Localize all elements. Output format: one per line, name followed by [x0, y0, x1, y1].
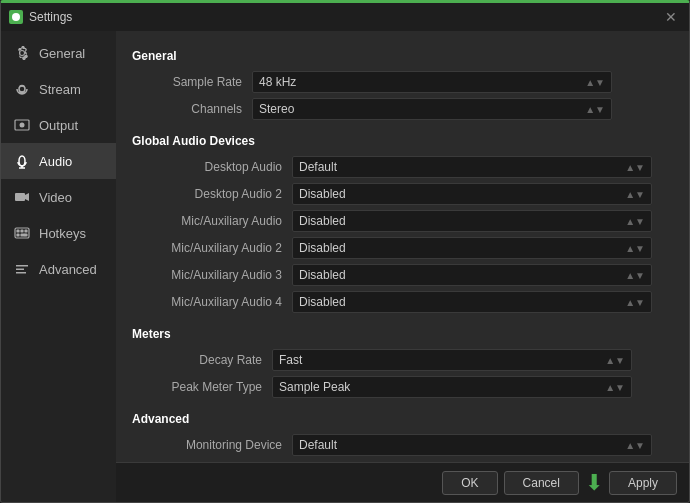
channels-value: Stereo	[259, 102, 294, 116]
sidebar-item-video[interactable]: Video	[1, 179, 116, 215]
ok-button[interactable]: OK	[442, 471, 497, 495]
svg-rect-11	[21, 230, 23, 232]
monitoring-device-select[interactable]: Default ▲▼	[292, 434, 652, 456]
window-title: Settings	[29, 10, 72, 24]
svg-point-3	[20, 123, 25, 128]
svg-marker-8	[25, 193, 29, 201]
sample-rate-value: 48 kHz	[259, 75, 296, 89]
advanced-header: Advanced	[132, 412, 673, 426]
sample-rate-arrow: ▲▼	[585, 77, 605, 88]
channels-arrow: ▲▼	[585, 104, 605, 115]
hotkeys-icon	[13, 224, 31, 242]
decay-rate-value: Fast	[279, 353, 302, 367]
app-icon	[9, 10, 23, 24]
main-area: General Sample Rate 48 kHz ▲▼ Channels S…	[116, 31, 689, 502]
desktop-audio2-value: Disabled	[299, 187, 346, 201]
monitoring-device-row: Monitoring Device Default ▲▼	[132, 434, 673, 456]
apply-arrow-icon: ⬇	[585, 472, 603, 494]
settings-window: Settings ✕ General	[0, 0, 690, 503]
mic-aux-value: Disabled	[299, 214, 346, 228]
sample-rate-row: Sample Rate 48 kHz ▲▼	[132, 71, 673, 93]
svg-point-0	[12, 13, 20, 21]
svg-rect-7	[15, 193, 25, 201]
cancel-button[interactable]: Cancel	[504, 471, 579, 495]
desktop-audio-select[interactable]: Default ▲▼	[292, 156, 652, 178]
mic-aux3-row: Mic/Auxiliary Audio 3 Disabled ▲▼	[132, 264, 673, 286]
mic-aux-row: Mic/Auxiliary Audio Disabled ▲▼	[132, 210, 673, 232]
mic-aux3-label: Mic/Auxiliary Audio 3	[132, 268, 292, 282]
mic-aux2-value: Disabled	[299, 241, 346, 255]
peak-meter-label: Peak Meter Type	[132, 380, 272, 394]
peak-meter-value: Sample Peak	[279, 380, 350, 394]
desktop-audio-label: Desktop Audio	[132, 160, 292, 174]
decay-rate-row: Decay Rate Fast ▲▼	[132, 349, 673, 371]
meters-header: Meters	[132, 327, 673, 341]
decay-rate-select[interactable]: Fast ▲▼	[272, 349, 632, 371]
desktop-audio2-select[interactable]: Disabled ▲▼	[292, 183, 652, 205]
video-icon	[13, 188, 31, 206]
output-icon	[13, 116, 31, 134]
mic-aux4-value: Disabled	[299, 295, 346, 309]
svg-rect-10	[17, 230, 19, 232]
sidebar-label-advanced: Advanced	[39, 262, 97, 277]
sidebar-item-hotkeys[interactable]: Hotkeys	[1, 215, 116, 251]
mic-aux-label: Mic/Auxiliary Audio	[132, 214, 292, 228]
monitoring-device-label: Monitoring Device	[132, 438, 292, 452]
sidebar-label-audio: Audio	[39, 154, 72, 169]
peak-meter-row: Peak Meter Type Sample Peak ▲▼	[132, 376, 673, 398]
apply-area: ⬇ Apply	[585, 471, 677, 495]
sample-rate-label: Sample Rate	[132, 75, 252, 89]
desktop-audio-row: Desktop Audio Default ▲▼	[132, 156, 673, 178]
sidebar-item-advanced[interactable]: Advanced	[1, 251, 116, 287]
sample-rate-select[interactable]: 48 kHz ▲▼	[252, 71, 612, 93]
peak-meter-select[interactable]: Sample Peak ▲▼	[272, 376, 632, 398]
mic-aux-select[interactable]: Disabled ▲▼	[292, 210, 652, 232]
channels-label: Channels	[132, 102, 252, 116]
sidebar-label-video: Video	[39, 190, 72, 205]
general-section: General Sample Rate 48 kHz ▲▼ Channels S…	[132, 49, 673, 120]
desktop-audio-value: Default	[299, 160, 337, 174]
global-audio-section: Global Audio Devices Desktop Audio Defau…	[132, 134, 673, 313]
sidebar-item-audio[interactable]: Audio	[1, 143, 116, 179]
sidebar-label-stream: Stream	[39, 82, 81, 97]
sidebar-item-output[interactable]: Output	[1, 107, 116, 143]
mic-aux4-label: Mic/Auxiliary Audio 4	[132, 295, 292, 309]
mic-aux3-value: Disabled	[299, 268, 346, 282]
sidebar: General Stream	[1, 31, 116, 502]
mic-aux2-label: Mic/Auxiliary Audio 2	[132, 241, 292, 255]
footer: OK Cancel ⬇ Apply	[116, 462, 689, 502]
desktop-audio2-row: Desktop Audio 2 Disabled ▲▼	[132, 183, 673, 205]
titlebar: Settings ✕	[1, 3, 689, 31]
channels-select[interactable]: Stereo ▲▼	[252, 98, 612, 120]
gear-icon	[13, 44, 31, 62]
sidebar-label-hotkeys: Hotkeys	[39, 226, 86, 241]
stream-icon	[13, 80, 31, 98]
decay-rate-label: Decay Rate	[132, 353, 272, 367]
svg-rect-15	[25, 234, 27, 236]
general-section-header: General	[132, 49, 673, 63]
sidebar-item-stream[interactable]: Stream	[1, 71, 116, 107]
desktop-audio2-label: Desktop Audio 2	[132, 187, 292, 201]
mic-aux4-row: Mic/Auxiliary Audio 4 Disabled ▲▼	[132, 291, 673, 313]
advanced-section: Advanced Monitoring Device Default ▲▼ Di…	[132, 412, 673, 462]
monitoring-device-value: Default	[299, 438, 337, 452]
svg-point-4	[19, 156, 25, 166]
meters-section: Meters Decay Rate Fast ▲▼ Peak Meter Typ…	[132, 327, 673, 398]
svg-rect-13	[17, 234, 19, 236]
close-button[interactable]: ✕	[661, 7, 681, 27]
sidebar-label-general: General	[39, 46, 85, 61]
advanced-icon	[13, 260, 31, 278]
sidebar-item-general[interactable]: General	[1, 35, 116, 71]
mic-aux4-select[interactable]: Disabled ▲▼	[292, 291, 652, 313]
svg-rect-12	[25, 230, 27, 232]
audio-icon	[13, 152, 31, 170]
channels-row: Channels Stereo ▲▼	[132, 98, 673, 120]
sidebar-label-output: Output	[39, 118, 78, 133]
global-audio-header: Global Audio Devices	[132, 134, 673, 148]
mic-aux2-select[interactable]: Disabled ▲▼	[292, 237, 652, 259]
content-area: General Stream	[1, 31, 689, 502]
mic-aux2-row: Mic/Auxiliary Audio 2 Disabled ▲▼	[132, 237, 673, 259]
mic-aux3-select[interactable]: Disabled ▲▼	[292, 264, 652, 286]
apply-button[interactable]: Apply	[609, 471, 677, 495]
settings-content: General Sample Rate 48 kHz ▲▼ Channels S…	[116, 31, 689, 462]
